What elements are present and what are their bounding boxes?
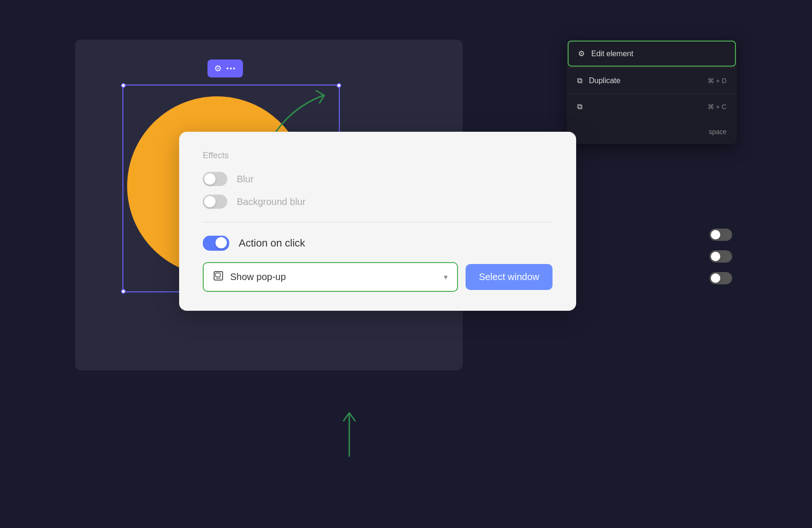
context-menu-copy[interactable]: ⧉ ⌘ + C [567, 94, 737, 119]
show-popup-dropdown[interactable]: Show pop-up ▾ [203, 262, 458, 292]
duplicate-label: Duplicate [589, 77, 621, 85]
blur-label: Blur [237, 174, 254, 185]
action-on-click-knob [216, 237, 227, 248]
copy-icon: ⧉ [577, 102, 582, 111]
select-window-button[interactable]: Select window [466, 264, 553, 290]
effects-panel: Effects Blur Background blur Action on c… [179, 132, 576, 311]
svg-rect-1 [216, 273, 220, 277]
gear-icon: ⚙ [214, 63, 222, 74]
dropdown-label: Show pop-up [230, 272, 437, 282]
background-blur-label: Background blur [237, 196, 306, 207]
scene: ⚙ ••• ⚙ Edit element ⧉ Duplicate ⌘ + D ⧉ [75, 40, 737, 488]
right-toggle-2-knob [711, 252, 720, 261]
right-toggle-2[interactable] [709, 250, 732, 263]
edit-element-label: Edit element [591, 50, 633, 58]
background-blur-toggle[interactable] [203, 195, 227, 209]
context-menu-duplicate[interactable]: ⧉ Duplicate ⌘ + D [567, 68, 737, 94]
right-toggle-3[interactable] [709, 272, 732, 284]
background-blur-row: Background blur [203, 195, 553, 209]
right-toggle-1[interactable] [709, 229, 732, 241]
context-menu: ⚙ Edit element ⧉ Duplicate ⌘ + D ⧉ ⌘ + C… [567, 40, 737, 144]
right-toggle-1-knob [711, 230, 720, 239]
handle-top-right[interactable] [337, 83, 341, 88]
context-menu-edit[interactable]: ⚙ Edit element [568, 41, 736, 67]
background-blur-toggle-knob [204, 196, 216, 207]
context-menu-space[interactable]: space [567, 119, 737, 144]
duplicate-icon: ⧉ [577, 77, 582, 85]
blur-toggle-knob [204, 173, 216, 185]
popup-icon [213, 271, 224, 283]
duplicate-shortcut: ⌘ + D [708, 77, 726, 85]
element-toolbar[interactable]: ⚙ ••• [207, 60, 243, 77]
space-shortcut: space [709, 128, 726, 136]
action-on-click-row: Action on click [203, 236, 553, 251]
arrow-bottom [311, 404, 387, 461]
blur-row: Blur [203, 172, 553, 186]
handle-bottom-left[interactable] [121, 289, 126, 294]
copy-shortcut: ⌘ + C [708, 103, 726, 111]
right-toggles [705, 219, 737, 294]
panel-divider [203, 222, 553, 222]
handle-top-left[interactable] [121, 83, 126, 88]
action-on-click-label: Action on click [239, 237, 305, 249]
effects-title: Effects [203, 151, 553, 161]
gear-icon: ⚙ [578, 49, 585, 58]
chevron-down-icon: ▾ [444, 273, 448, 281]
bottom-row: Show pop-up ▾ Select window [203, 262, 553, 292]
more-options-icon: ••• [226, 65, 236, 72]
action-on-click-toggle[interactable] [203, 236, 229, 251]
blur-toggle[interactable] [203, 172, 227, 186]
right-toggle-3-knob [711, 273, 720, 283]
action-section: Action on click Show pop-up ▾ Select wi [203, 236, 553, 292]
